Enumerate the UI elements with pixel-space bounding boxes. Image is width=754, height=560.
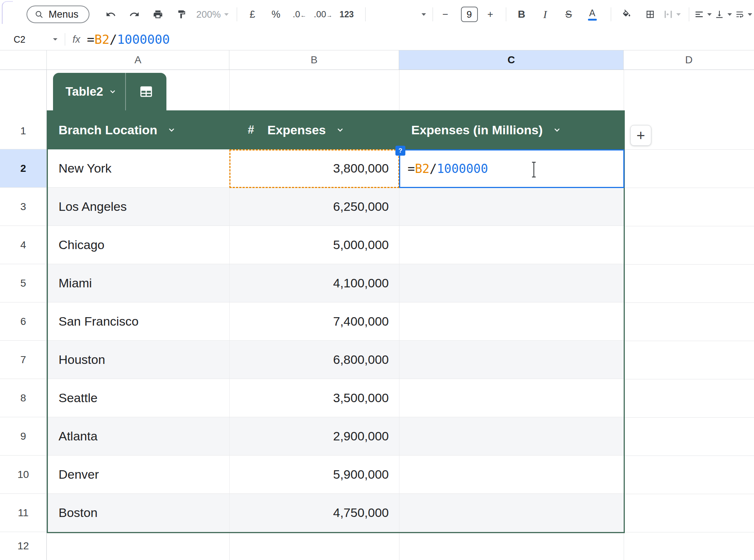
toolbar-divider — [433, 7, 433, 21]
undo-button[interactable] — [101, 5, 121, 24]
table-icon — [139, 85, 154, 98]
row-header-11[interactable]: 11 — [0, 494, 46, 532]
cell-expenses-millions[interactable] — [399, 379, 624, 417]
table-name-chip[interactable]: Table2 — [53, 73, 125, 110]
row-header-2[interactable]: 2 — [0, 149, 46, 188]
merge-cells-button[interactable] — [663, 10, 681, 19]
name-box[interactable]: C2 — [0, 34, 63, 45]
cell-expenses[interactable]: 6,800,000 — [229, 341, 399, 379]
formula-help-badge[interactable]: ? — [395, 146, 405, 156]
fill-color-button[interactable] — [616, 5, 637, 24]
increase-font-size-button[interactable]: + — [483, 5, 498, 24]
currency-format-button[interactable]: £ — [242, 5, 263, 24]
column-header-c[interactable]: C — [399, 50, 624, 70]
font-size-input[interactable]: 9 — [461, 7, 478, 22]
row-header-8[interactable]: 8 — [0, 379, 46, 417]
active-cell-reference: C2 — [14, 34, 25, 45]
cell-expenses-millions[interactable] — [399, 264, 624, 302]
cell-branch-location[interactable]: Boston — [47, 494, 229, 532]
chevron-down-icon[interactable] — [553, 126, 561, 134]
text-color-button[interactable]: A — [582, 5, 603, 24]
toolbar-divider — [506, 7, 506, 21]
cell-expenses-millions[interactable] — [399, 417, 624, 455]
strikethrough-button[interactable]: S — [559, 5, 579, 24]
cell-expenses[interactable]: 6,250,000 — [229, 188, 399, 226]
horizontal-align-button[interactable] — [694, 10, 712, 19]
table-icon-button[interactable] — [125, 73, 166, 110]
more-formats-label: 123 — [339, 10, 353, 20]
cell-expenses[interactable]: 3,500,000 — [229, 379, 399, 417]
cell-expenses[interactable]: 7,400,000 — [229, 302, 399, 340]
borders-button[interactable] — [640, 5, 660, 24]
zoom-control[interactable]: 200% — [196, 9, 229, 20]
cell-branch-location[interactable]: Seattle — [47, 379, 229, 417]
row-header-4[interactable]: 4 — [0, 226, 46, 264]
cell-expenses[interactable]: 4,100,000 — [229, 264, 399, 302]
cell-expenses-millions[interactable] — [399, 188, 624, 226]
decrease-font-size-button[interactable]: − — [438, 5, 453, 24]
bold-button[interactable]: B — [511, 5, 532, 24]
print-button[interactable] — [148, 5, 168, 24]
table-header-expenses[interactable]: # Expenses — [229, 110, 399, 149]
cell-branch-location[interactable]: Houston — [47, 341, 229, 379]
chevron-down-icon[interactable] — [336, 126, 344, 134]
cell-expenses[interactable]: 5,900,000 — [229, 456, 399, 493]
cell-expenses-millions[interactable] — [399, 341, 624, 379]
paint-format-button[interactable] — [171, 5, 192, 24]
cell-expenses[interactable]: 4,750,000 — [229, 494, 399, 532]
cell-expenses-millions[interactable] — [399, 494, 624, 532]
cell-expenses-millions[interactable] — [399, 302, 624, 340]
increase-decimal-button[interactable]: .00 — [313, 5, 334, 24]
column-header-a[interactable]: A — [47, 50, 229, 70]
column-header-b[interactable]: B — [229, 50, 399, 70]
menus-button[interactable]: Menus — [27, 6, 89, 23]
redo-button[interactable] — [124, 5, 145, 24]
cell-expenses[interactable]: 3,800,000 — [229, 149, 399, 187]
search-icon — [35, 10, 43, 19]
formula-input[interactable]: = B2 / 1000000 — [87, 32, 170, 47]
column-header-d[interactable]: D — [624, 50, 754, 70]
row-header-3[interactable]: 3 — [0, 188, 46, 226]
text-wrap-button[interactable] — [735, 10, 752, 19]
cell-branch-location[interactable]: San Francisco — [47, 302, 229, 340]
cell-editor-c2[interactable]: ? = B2 / 1000000 — [399, 149, 624, 188]
cell-branch-location[interactable]: Chicago — [47, 226, 229, 264]
cell-branch-location[interactable]: Los Angeles — [47, 188, 229, 226]
chevron-down-icon — [109, 88, 116, 95]
formula-number: 1000000 — [437, 162, 488, 176]
table-row: Boston4,750,000 — [47, 494, 624, 532]
currency-label: £ — [250, 9, 255, 20]
more-formats-button[interactable]: 123 — [337, 5, 357, 24]
font-dropdown[interactable] — [371, 13, 426, 16]
table-header-expenses-millions[interactable]: Expenses (in Millions) — [399, 110, 624, 149]
table-header-branch-location[interactable]: Branch Location — [47, 110, 229, 149]
row-header-1[interactable]: 1 — [0, 70, 46, 149]
chevron-down-icon[interactable] — [168, 126, 176, 134]
cell-expenses-millions[interactable] — [399, 456, 624, 493]
add-column-button[interactable]: + — [630, 125, 651, 146]
cell-expenses[interactable]: 5,000,000 — [229, 226, 399, 264]
redo-icon — [129, 9, 140, 20]
row-header-5[interactable]: 5 — [0, 264, 46, 302]
vertical-align-button[interactable] — [715, 10, 732, 19]
row-header-7[interactable]: 7 — [0, 341, 46, 379]
formula-number: 1000000 — [117, 32, 170, 47]
row-header-10[interactable]: 10 — [0, 456, 46, 494]
spreadsheet-grid[interactable]: New York3,800,000Los Angeles6,250,000Chi… — [0, 70, 754, 560]
gridline — [624, 188, 754, 188]
cell-branch-location[interactable]: Denver — [47, 456, 229, 493]
row-header-9[interactable]: 9 — [0, 417, 46, 456]
percent-format-button[interactable]: % — [266, 5, 286, 24]
chevron-down-icon — [53, 38, 57, 40]
row-header-12[interactable]: 12 — [0, 532, 46, 560]
cell-branch-location[interactable]: New York — [47, 149, 229, 187]
cell-expenses[interactable]: 2,900,000 — [229, 417, 399, 455]
cell-branch-location[interactable]: Miami — [47, 264, 229, 302]
row-header-gutter: 123456789101112 — [0, 70, 47, 560]
decrease-decimal-button[interactable]: .0 — [289, 5, 310, 24]
cell-branch-location[interactable]: Atlanta — [47, 417, 229, 455]
cell-expenses-millions[interactable] — [399, 226, 624, 264]
italic-button[interactable]: I — [535, 5, 556, 24]
row-header-6[interactable]: 6 — [0, 302, 46, 341]
select-all-corner[interactable] — [0, 50, 47, 70]
